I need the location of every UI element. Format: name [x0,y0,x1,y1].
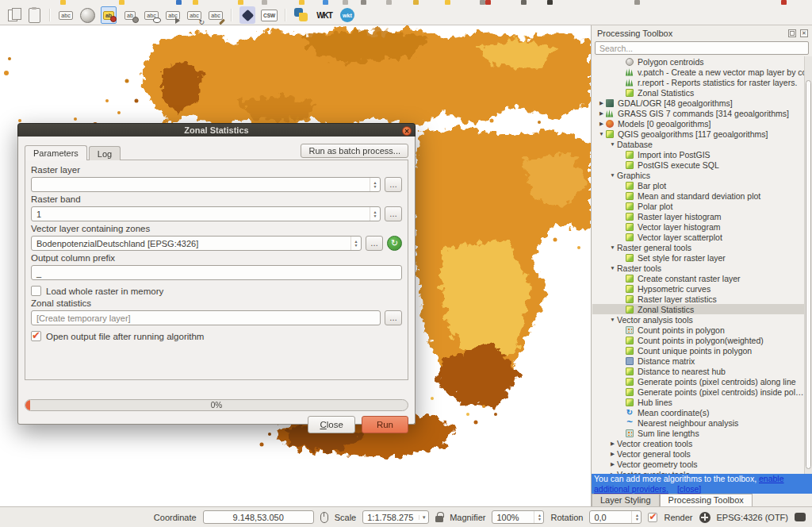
tree-item[interactable]: Sum line lengths [592,428,805,438]
layer-labeling-icon[interactable]: abc [58,6,74,24]
tree-item[interactable]: Nearest neighbour analysis [592,417,805,428]
tree-item[interactable]: Import into PostGIS [592,149,805,160]
tree-item[interactable]: Polygon centroids [592,56,805,67]
chevron-right-icon[interactable]: ▶ [597,121,606,127]
raster-layer-combo[interactable] [31,177,381,192]
tree-item[interactable]: ▼Raster tools [592,263,805,273]
raster-band-browse-button[interactable]: … [385,206,402,221]
chevron-right-icon[interactable]: ▶ [597,100,606,106]
copy-features-icon[interactable] [5,6,21,24]
tree-item[interactable]: ▼Vector analysis tools [592,314,805,325]
rotation-input[interactable]: 0,0 [589,510,642,524]
zonal-statistics-output-input[interactable]: [Create temporary layer] [31,310,381,325]
pin-unpin-labels-icon[interactable]: ab [122,6,138,24]
vector-layer-browse-button[interactable]: … [366,236,383,251]
label-options-icon[interactable] [79,6,95,24]
show-hidden-labels-icon[interactable]: abc [144,6,159,24]
tree-item[interactable]: Mean coordinate(s) [592,407,805,417]
spinner-icon[interactable] [350,237,361,250]
tree-item[interactable]: ▶GRASS GIS 7 commands [314 geoalgorithms… [592,108,805,118]
tree-item[interactable]: PostGIS execute SQL [592,160,805,170]
lock-icon[interactable] [435,516,443,522]
spinner-icon[interactable] [534,511,544,523]
tab-log[interactable]: Log [89,146,121,160]
tree-item[interactable]: Hypsometric curves [592,283,805,294]
move-label-icon[interactable]: abc [165,6,181,24]
spinner-icon[interactable] [370,178,380,191]
tree-item[interactable]: Distance to nearest hub [592,366,805,376]
csw-icon[interactable]: CSW [261,6,278,24]
rotate-label-icon[interactable]: abc [186,6,202,24]
dialog-titlebar[interactable]: Zonal Statistics ✕ [17,123,416,137]
scale-combo[interactable]: 1:1.758.275 ▼ [362,510,429,524]
tree-item[interactable]: Generate points (pixel centroids) inside… [592,387,805,397]
render-checkbox[interactable] [648,513,657,522]
spinner-icon[interactable] [370,207,380,221]
raster-band-combo[interactable]: 1 [31,206,381,221]
dock-float-icon[interactable] [788,29,796,37]
chevron-down-icon[interactable]: ▼ [597,131,606,137]
chevron-down-icon[interactable]: ▼ [608,265,617,271]
paste-features-icon[interactable] [26,6,42,24]
vector-layer-combo[interactable]: BodenpotenzialDeutschland [EPSG:4326] [31,236,362,251]
magnifier-input[interactable]: 100% [492,510,544,524]
chevron-right-icon[interactable]: ▶ [597,110,606,117]
chevron-down-icon[interactable]: ▼ [608,244,617,250]
spinner-icon[interactable] [631,511,642,523]
tree-item[interactable]: Raster layer statistics [592,294,805,304]
tab-processing-toolbox[interactable]: Processing Toolbox [660,494,753,506]
reload-layer-icon[interactable] [387,236,402,251]
tree-item[interactable]: ▶Vector geometry tools [592,459,805,469]
tree-item[interactable]: Count unique points in polygon [592,345,805,356]
tree-item[interactable]: Distance matrix [592,356,805,366]
chevron-down-icon[interactable]: ▼ [608,172,617,178]
tree-item[interactable]: Vector layer histogram [592,221,805,232]
tree-item[interactable]: Vector layer scatterplot [592,232,805,242]
tab-layer-styling[interactable]: Layer Styling [592,494,660,506]
tree-item[interactable]: Create constant raster layer [592,273,805,283]
chevron-down-icon[interactable]: ▼ [608,141,617,147]
tree-item[interactable]: Zonal Statistics [592,87,805,98]
tree-item[interactable]: ▶GDAL/OGR [48 geoalgorithms] [592,98,805,108]
chevron-right-icon[interactable]: ▶ [608,440,617,447]
tree-item[interactable]: Set style for raster layer [592,252,805,263]
crs-status-icon[interactable] [699,512,710,523]
tree-item[interactable]: Bar plot [592,180,805,190]
tree-item[interactable]: r.report - Reports statistics for raster… [592,77,805,87]
metasearch-icon[interactable] [239,6,255,24]
dock-close-icon[interactable]: ✕ [800,29,808,37]
tree-item[interactable]: ▶Vector general tools [592,448,805,459]
toolbox-search-input[interactable] [595,41,809,55]
tree-item[interactable]: ▼Raster general tools [592,242,805,252]
python-console-icon[interactable] [293,6,309,24]
chevron-right-icon[interactable]: ▶ [608,451,617,457]
run-button[interactable]: Run [362,416,408,433]
tree-scrollbar-thumb[interactable] [806,80,811,469]
highlight-pinned-labels-icon[interactable]: ab [101,6,117,24]
tree-item[interactable]: ▼Graphics [592,170,805,180]
mouse-tracking-icon[interactable] [320,512,328,523]
tree-item[interactable]: ▶Models [0 geoalgorithms] [592,118,805,129]
tree-item[interactable]: Raster layer histogram [592,211,805,221]
tree-item[interactable]: Zonal Statistics [592,304,805,314]
tree-item[interactable]: ▼Database [592,139,805,149]
chevron-down-icon[interactable]: ▼ [608,317,617,322]
dialog-close-icon[interactable]: ✕ [402,126,412,136]
tree-item[interactable]: Count points in polygon [592,325,805,335]
run-as-batch-button[interactable]: Run as batch process... [301,144,408,158]
banner-close-link[interactable]: [close] [677,484,701,494]
chevron-right-icon[interactable]: ▶ [608,461,617,467]
tree-scrollbar[interactable] [804,56,812,474]
coordinate-input[interactable]: 9.148,53.050 [203,510,314,524]
tree-item[interactable]: ▶Vector creation tools [592,438,805,448]
load-whole-raster-checkbox[interactable] [31,286,41,296]
messages-icon[interactable] [795,513,806,521]
wkt-text-icon[interactable]: WKT [315,6,334,24]
wkt-circle-icon[interactable]: wkt [339,6,355,24]
chevron-down-icon[interactable]: ▼ [419,515,428,520]
open-output-checkbox[interactable] [31,331,41,341]
tree-item[interactable]: Generate points (pixel centroids) along … [592,376,805,387]
tree-item[interactable]: ▼QGIS geoalgorithms [117 geoalgorithms] [592,129,805,139]
tree-item[interactable]: Hub lines [592,397,805,407]
tree-item[interactable]: Polar plot [592,201,805,211]
